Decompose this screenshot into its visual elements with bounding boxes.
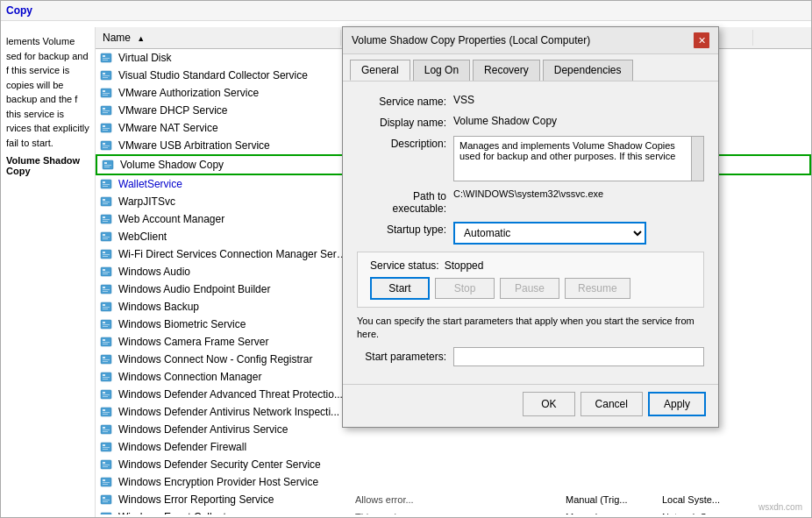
svg-rect-57 — [103, 304, 105, 306]
dialog-close-button[interactable]: ✕ — [694, 32, 709, 48]
svg-rect-98 — [103, 482, 110, 483]
service-logon: Network S... — [655, 512, 760, 514]
service-icon — [99, 195, 113, 209]
svg-rect-87 — [103, 431, 108, 432]
service-icon — [99, 300, 113, 314]
status-row: Service status: Stopped — [370, 259, 691, 272]
svg-rect-65 — [103, 339, 105, 341]
svg-rect-21 — [103, 143, 105, 145]
service-icon — [99, 177, 113, 191]
description-box: Manages and implements Volume Shadow Cop… — [453, 136, 704, 181]
startup-type-row: Startup type: Automatic Automatic (Delay… — [357, 222, 704, 245]
left-panel-text: lements Volume sed for backup and f this… — [6, 34, 89, 150]
svg-rect-31 — [103, 186, 108, 187]
svg-rect-26 — [104, 165, 111, 166]
dialog-title: Volume Shadow Copy Properties (Local Com… — [352, 34, 590, 46]
tab-logon[interactable]: Log On — [413, 60, 470, 81]
start-params-input[interactable] — [453, 347, 704, 366]
svg-rect-25 — [104, 162, 107, 164]
service-buttons-row: Start Stop Pause Resume — [370, 277, 691, 300]
service-name-row: Service name: VSS — [357, 94, 704, 108]
service-name: Windows Biometric Service — [117, 318, 348, 330]
svg-rect-103 — [103, 501, 108, 502]
svg-rect-99 — [103, 484, 108, 485]
tab-bar: General Log On Recovery Dependencies — [343, 54, 718, 82]
service-startup: Manual — [559, 512, 655, 514]
svg-rect-61 — [103, 322, 105, 323]
stop-button[interactable]: Stop — [435, 278, 495, 299]
svg-rect-22 — [103, 145, 110, 146]
svg-rect-17 — [103, 125, 105, 127]
service-item[interactable]: Windows Error Reporting ServiceAllows er… — [96, 491, 811, 508]
info-text: You can specify the start parameters tha… — [357, 315, 704, 342]
tab-general[interactable]: General — [350, 60, 410, 81]
service-item[interactable]: Windows Defender Security Center Service — [96, 456, 811, 473]
description-scrollbar[interactable] — [691, 137, 703, 181]
startup-type-label: Startup type: — [357, 222, 453, 236]
svg-rect-86 — [103, 429, 110, 430]
service-item[interactable]: Windows Event CollectorThis service ...M… — [96, 508, 811, 514]
svg-rect-45 — [103, 252, 105, 253]
startup-type-select[interactable]: Automatic Automatic (Delayed Start) Manu… — [453, 222, 646, 245]
service-name: WebClient — [117, 231, 348, 243]
start-button[interactable]: Start — [370, 277, 430, 300]
status-label: Service status: — [370, 259, 439, 272]
service-name: Virtual Disk — [117, 52, 348, 64]
service-name: Windows Error Reporting Service — [117, 493, 348, 506]
service-name: Web Account Manager — [117, 213, 348, 225]
service-name-value: VSS — [453, 94, 704, 106]
dialog-body: Service name: VSS Display name: Volume S… — [343, 82, 718, 384]
svg-rect-42 — [103, 237, 110, 238]
service-name: Windows Backup — [117, 301, 348, 313]
service-icon — [99, 440, 113, 454]
service-name: Volume Shadow Copy — [118, 159, 350, 171]
service-icon — [99, 510, 113, 514]
service-name: Wi-Fi Direct Services Connection Manager… — [117, 248, 348, 260]
svg-rect-75 — [103, 379, 108, 380]
tab-recovery[interactable]: Recovery — [473, 60, 540, 81]
svg-rect-34 — [103, 202, 110, 202]
service-name: Visual Studio Standard Collector Service — [117, 69, 348, 82]
service-icon — [99, 422, 113, 436]
pause-button[interactable]: Pause — [500, 278, 559, 299]
service-icon — [99, 352, 113, 366]
svg-rect-63 — [103, 326, 108, 327]
tab-dependencies[interactable]: Dependencies — [543, 60, 633, 81]
svg-rect-101 — [103, 497, 105, 499]
watermark: wsxdn.com — [759, 502, 802, 512]
svg-rect-49 — [103, 269, 105, 271]
service-icon — [99, 493, 113, 507]
svg-rect-39 — [103, 221, 108, 222]
service-item[interactable]: Windows Encryption Provider Host Service — [96, 473, 811, 491]
ok-button[interactable]: OK — [523, 392, 574, 416]
svg-rect-66 — [103, 342, 110, 343]
resume-button[interactable]: Resume — [565, 278, 630, 299]
copy-label: Copy — [6, 4, 32, 17]
service-name: Windows Event Collector — [117, 511, 348, 514]
status-section: Service status: Stopped Start Stop Pause… — [357, 252, 704, 308]
header-row: Copy — [1, 1, 811, 21]
properties-dialog: Volume Shadow Copy Properties (Local Com… — [342, 26, 719, 428]
service-icon — [99, 51, 113, 65]
svg-rect-18 — [103, 128, 110, 129]
service-name: VMware NAT Service — [117, 122, 348, 134]
service-icon — [99, 282, 113, 296]
service-icon — [99, 317, 113, 331]
apply-button[interactable]: Apply — [648, 392, 706, 416]
service-name: VMware Authorization Service — [117, 87, 348, 99]
service-item[interactable]: Windows Defender Firewall — [96, 438, 811, 456]
service-name: Windows Connect Now - Config Registrar — [117, 353, 348, 365]
svg-rect-93 — [103, 462, 105, 464]
svg-rect-95 — [103, 466, 108, 467]
service-icon — [99, 387, 113, 401]
cancel-button[interactable]: Cancel — [581, 392, 643, 416]
service-name: VMware USB Arbitration Service — [117, 139, 348, 152]
path-label: Path to executable: — [357, 188, 453, 215]
service-icon — [99, 458, 113, 472]
svg-rect-5 — [103, 73, 105, 75]
service-icon — [99, 265, 113, 279]
svg-rect-85 — [103, 427, 105, 429]
description-text: Manages and implements Volume Shadow Cop… — [459, 140, 675, 161]
service-name-label: Service name: — [357, 94, 453, 108]
service-icon — [99, 68, 113, 82]
